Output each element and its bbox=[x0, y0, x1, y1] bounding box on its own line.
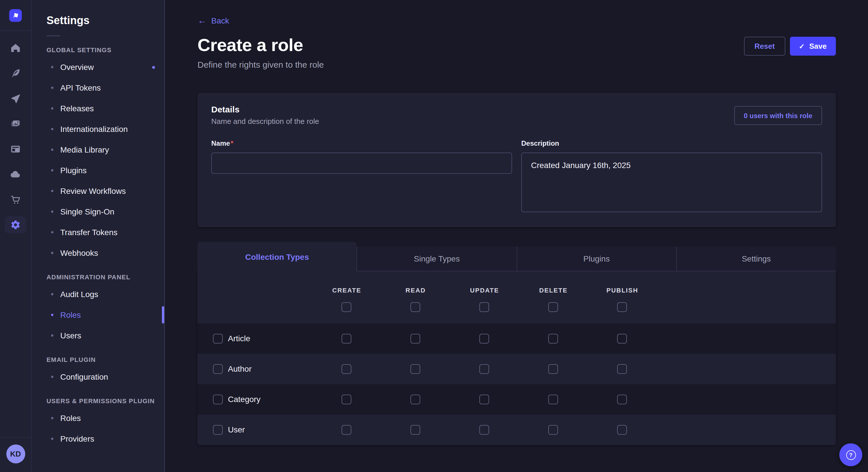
sidebar-item-plugins[interactable]: Plugins bbox=[32, 160, 164, 181]
page-subtitle: Define the rights given to the role bbox=[197, 60, 836, 69]
table-row-author: Author bbox=[197, 354, 836, 384]
bullet-icon bbox=[51, 66, 53, 68]
sidebar-item-users[interactable]: Users bbox=[32, 325, 164, 346]
subnav-title-divider bbox=[46, 36, 60, 36]
details-fields: Name* Description Created January 16th, … bbox=[211, 138, 822, 214]
sidebar-item-transfer-tokens[interactable]: Transfer Tokens bbox=[32, 222, 164, 243]
tab-single-types[interactable]: Single Types bbox=[357, 247, 517, 271]
row-select-checkbox[interactable] bbox=[213, 425, 223, 435]
bullet-icon bbox=[51, 314, 53, 316]
send-icon[interactable] bbox=[0, 86, 31, 111]
sidebar-item-configuration[interactable]: Configuration bbox=[32, 367, 164, 387]
select-all-delete-checkbox[interactable] bbox=[548, 302, 558, 312]
create-checkbox[interactable] bbox=[342, 425, 351, 435]
delete-checkbox[interactable] bbox=[548, 364, 558, 374]
sidebar-item-internationalization[interactable]: Internationalization bbox=[32, 119, 164, 139]
marketplace-cart-icon[interactable] bbox=[0, 187, 31, 212]
delete-checkbox[interactable] bbox=[548, 395, 558, 404]
name-input[interactable] bbox=[211, 153, 512, 174]
row-select-checkbox[interactable] bbox=[213, 334, 223, 343]
back-link[interactable]: ← Back bbox=[197, 16, 229, 25]
reset-button[interactable]: Reset bbox=[744, 37, 785, 56]
name-label: Name* bbox=[211, 139, 234, 147]
publish-checkbox[interactable] bbox=[617, 364, 627, 374]
read-checkbox[interactable] bbox=[410, 364, 420, 374]
sidebar-item-webhooks[interactable]: Webhooks bbox=[32, 243, 164, 263]
section-users-permissions-plugin: USERS & PERMISSIONS PLUGIN Roles Provide… bbox=[32, 398, 164, 449]
publish-checkbox[interactable] bbox=[617, 425, 627, 435]
description-textarea[interactable]: Created January 16th, 2025 bbox=[521, 153, 822, 212]
tab-collection-types[interactable]: Collection Types bbox=[197, 242, 357, 271]
bullet-icon bbox=[51, 169, 53, 171]
strapi-logo[interactable] bbox=[9, 9, 22, 22]
section-label: EMAIL PLUGIN bbox=[46, 356, 164, 363]
bullet-icon bbox=[51, 417, 53, 419]
cloud-icon[interactable] bbox=[0, 162, 31, 187]
sidebar-item-audit-logs[interactable]: Audit Logs bbox=[32, 284, 164, 305]
sidebar-item-review-workflows[interactable]: Review Workflows bbox=[32, 181, 164, 201]
select-all-read-checkbox[interactable] bbox=[410, 302, 420, 312]
read-checkbox[interactable] bbox=[410, 334, 420, 343]
row-select-checkbox[interactable] bbox=[213, 364, 223, 374]
sidebar-item-media-library[interactable]: Media Library bbox=[32, 139, 164, 160]
sidebar-item-label: API Tokens bbox=[60, 83, 101, 92]
sidebar-item-roles-up[interactable]: Roles bbox=[32, 408, 164, 429]
permissions-header: CREATE READ UPDATE DELETE PUBLISH bbox=[197, 271, 836, 324]
create-checkbox[interactable] bbox=[342, 364, 351, 374]
delete-checkbox[interactable] bbox=[548, 425, 558, 435]
sidebar-item-api-tokens[interactable]: API Tokens bbox=[32, 77, 164, 98]
select-all-update-checkbox[interactable] bbox=[479, 302, 489, 312]
sidebar-item-single-sign-on[interactable]: Single Sign-On bbox=[32, 201, 164, 222]
select-all-publish-checkbox[interactable] bbox=[617, 302, 627, 312]
sidebar-item-label: Overview bbox=[60, 63, 94, 72]
read-checkbox[interactable] bbox=[410, 425, 420, 435]
users-with-role-button[interactable]: 0 users with this role bbox=[734, 106, 822, 125]
check-icon: ✓ bbox=[799, 42, 805, 50]
settings-gear-icon[interactable] bbox=[0, 212, 31, 237]
rail-nav bbox=[0, 36, 31, 237]
app-window: KD Settings GLOBAL SETTINGS Overview API… bbox=[0, 0, 868, 472]
rail-divider-top bbox=[0, 30, 31, 31]
sidebar-item-label: Internationalization bbox=[60, 125, 128, 134]
create-checkbox[interactable] bbox=[342, 334, 351, 343]
sidebar-item-label: Transfer Tokens bbox=[60, 228, 117, 237]
home-icon[interactable] bbox=[0, 36, 31, 61]
sidebar-item-providers[interactable]: Providers bbox=[32, 429, 164, 449]
update-checkbox[interactable] bbox=[479, 364, 489, 374]
permissions-table: CREATE READ UPDATE DELETE PUBLISH Articl… bbox=[197, 271, 836, 445]
update-checkbox[interactable] bbox=[479, 425, 489, 435]
details-subheading: Name and description of the role bbox=[211, 117, 319, 126]
bullet-icon bbox=[51, 128, 53, 130]
save-label: Save bbox=[809, 42, 827, 50]
notification-dot bbox=[152, 66, 155, 69]
sidebar-item-label: Roles bbox=[60, 310, 81, 319]
tab-settings[interactable]: Settings bbox=[676, 247, 836, 271]
sidebar-item-releases[interactable]: Releases bbox=[32, 98, 164, 119]
sidebar-item-roles-admin[interactable]: Roles bbox=[32, 305, 164, 325]
sidebar-item-overview[interactable]: Overview bbox=[32, 57, 164, 77]
save-button[interactable]: ✓ Save bbox=[789, 37, 836, 56]
details-heading: Details bbox=[211, 104, 319, 114]
update-checkbox[interactable] bbox=[479, 334, 489, 343]
sidebar-item-label: Review Workflows bbox=[60, 187, 126, 196]
sidebar-item-label: Single Sign-On bbox=[60, 207, 114, 216]
name-field-group: Name* bbox=[211, 138, 512, 214]
row-select-checkbox[interactable] bbox=[213, 395, 223, 404]
delete-checkbox[interactable] bbox=[548, 334, 558, 343]
media-library-icon[interactable] bbox=[0, 111, 31, 136]
user-avatar[interactable]: KD bbox=[6, 444, 25, 463]
active-indicator-bar bbox=[162, 306, 164, 324]
content-manager-icon[interactable] bbox=[0, 136, 31, 162]
update-checkbox[interactable] bbox=[479, 395, 489, 404]
create-checkbox[interactable] bbox=[342, 395, 351, 404]
bullet-icon bbox=[51, 87, 53, 89]
feather-icon[interactable] bbox=[0, 61, 31, 86]
read-checkbox[interactable] bbox=[410, 395, 420, 404]
section-global-settings: GLOBAL SETTINGS Overview API Tokens Rele… bbox=[32, 46, 164, 263]
publish-checkbox[interactable] bbox=[617, 395, 627, 404]
section-label: USERS & PERMISSIONS PLUGIN bbox=[46, 398, 164, 404]
tab-plugins[interactable]: Plugins bbox=[516, 247, 676, 271]
help-button[interactable]: ? bbox=[839, 443, 862, 466]
select-all-create-checkbox[interactable] bbox=[342, 302, 351, 312]
publish-checkbox[interactable] bbox=[617, 334, 627, 343]
